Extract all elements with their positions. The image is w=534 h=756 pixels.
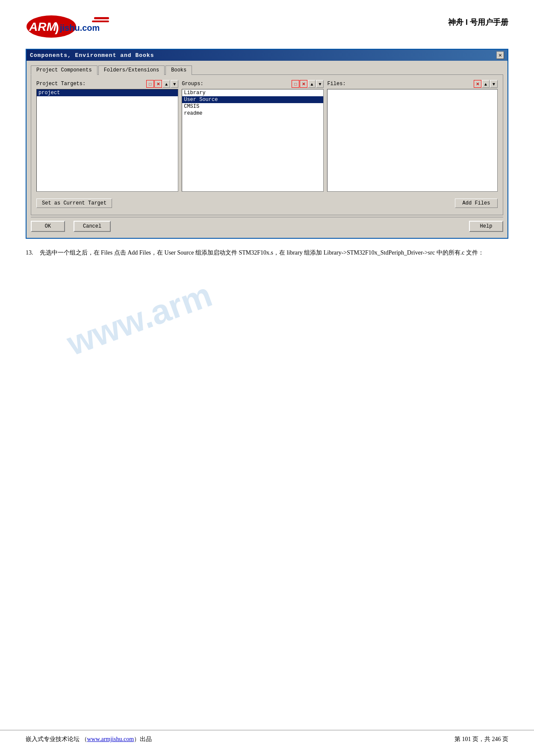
list-item[interactable]: readme [182, 110, 323, 117]
svg-rect-4 [94, 17, 109, 19]
cancel-button[interactable]: Cancel [74, 221, 111, 232]
add-files-button[interactable]: Add Files [455, 199, 498, 208]
list-item[interactable]: project [37, 89, 178, 96]
close-icon: ✕ [499, 53, 502, 58]
move-up-file-button[interactable]: ▲ [482, 80, 490, 88]
svg-text:): ) [55, 20, 59, 34]
columns-area: Project Targets: □ ✕ ▲ [36, 80, 498, 192]
list-item[interactable]: Library [182, 89, 323, 96]
groups-list[interactable]: Library User Source CMSIS readme [182, 89, 324, 192]
set-as-current-target-button[interactable]: Set as Current Target [36, 199, 112, 208]
arrow-down-icon: ▼ [492, 82, 496, 86]
groups-header: Groups: □ ✕ ▲ ▼ [182, 80, 324, 88]
arrow-up-icon: ▲ [164, 82, 168, 86]
project-targets-label: Project Targets: [36, 81, 145, 87]
ok-button[interactable]: OK [31, 221, 65, 232]
delete-icon: ✕ [302, 82, 305, 86]
footer-right: 第 101 页，共 246 页 [454, 735, 508, 743]
item-number: 13. [26, 249, 33, 256]
move-down-file-button[interactable]: ▼ [490, 80, 498, 88]
files-icons: ✕ ▲ ▼ [474, 80, 498, 88]
page-info: 第 101 页，共 246 页 [454, 736, 508, 742]
panel-content: Project Targets: □ ✕ ▲ [31, 74, 503, 215]
footer-left: 嵌入式专业技术论坛 （www.armjishu.com）出品 [26, 735, 152, 743]
text-content: 13. 先选中一个组之后，在 Files 点击 Add Files，在 User… [26, 247, 508, 258]
new-group-button[interactable]: □ [292, 80, 299, 88]
arrow-up-icon: ▲ [484, 82, 488, 86]
move-up-group-button[interactable]: ▲ [308, 80, 316, 88]
logo-image: ARM ) jishu.com [26, 13, 111, 39]
arrow-up-icon: ▲ [310, 82, 314, 86]
delete-target-button[interactable]: ✕ [154, 80, 162, 88]
groups-label: Groups: [182, 81, 290, 87]
arrow-down-icon: ▼ [318, 82, 322, 86]
dialog-titlebar: Components, Environment and Books ✕ [27, 50, 507, 61]
svg-rect-5 [92, 21, 109, 22]
project-targets-list[interactable]: project [36, 89, 178, 192]
header: ARM ) jishu.com 神舟 I 号用户手册 [0, 0, 534, 44]
delete-file-button[interactable]: ✕ [474, 80, 481, 88]
svg-text:jishu.com: jishu.com [59, 23, 100, 33]
files-column: Files: ✕ ▲ ▼ [327, 80, 498, 192]
item-text: 先选中一个组之后，在 Files 点击 Add Files，在 User Sou… [40, 249, 484, 256]
tabs-row: Project Components Folders/Extensions Bo… [31, 65, 503, 75]
delete-icon: ✕ [156, 82, 160, 86]
delete-group-button[interactable]: ✕ [300, 80, 307, 88]
tab-books[interactable]: Books [165, 65, 192, 75]
arrow-down-icon: ▼ [172, 82, 177, 86]
dialog-title: Components, Environment and Books [30, 52, 154, 59]
project-targets-header: Project Targets: □ ✕ ▲ [36, 80, 178, 88]
new-icon: □ [149, 82, 151, 86]
watermark: www.arm [62, 275, 217, 363]
bottom-row: Set as Current Target Add Files [36, 197, 498, 210]
svg-text:ARM: ARM [29, 20, 56, 33]
groups-column: Groups: □ ✕ ▲ ▼ [182, 80, 324, 192]
dialog-content: Project Components Folders/Extensions Bo… [27, 61, 507, 238]
project-targets-column: Project Targets: □ ✕ ▲ [36, 80, 178, 192]
list-item[interactable]: User Source [182, 96, 323, 103]
move-up-target-button[interactable]: ▲ [162, 80, 170, 88]
files-label: Files: [327, 81, 472, 87]
footer-link[interactable]: www.armjishu.com [87, 736, 134, 742]
page-title: 神舟 I 号用户手册 [448, 17, 508, 27]
tab-project-components[interactable]: Project Components [31, 65, 97, 75]
project-targets-icons: □ ✕ ▲ ▼ [146, 80, 178, 88]
footer-text-left: 嵌入式专业技术论坛 （ [26, 736, 87, 742]
dialog-action-row: OK Cancel Help [31, 217, 503, 234]
new-target-button[interactable]: □ [146, 80, 154, 88]
delete-icon: ✕ [476, 82, 479, 86]
move-down-group-button[interactable]: ▼ [316, 80, 324, 88]
footer-text-right: ）出品 [134, 736, 152, 742]
move-down-target-button[interactable]: ▼ [171, 80, 178, 88]
list-item[interactable]: CMSIS [182, 103, 323, 110]
dialog-close-button[interactable]: ✕ [496, 51, 504, 59]
footer: 嵌入式专业技术论坛 （www.armjishu.com）出品 第 101 页，共… [0, 730, 534, 743]
files-header: Files: ✕ ▲ ▼ [327, 80, 498, 88]
logo: ARM ) jishu.com [26, 13, 120, 40]
new-icon: □ [294, 82, 297, 86]
help-button[interactable]: Help [469, 221, 503, 232]
dialog-window: Components, Environment and Books ✕ Proj… [26, 49, 508, 239]
tab-folders-extensions[interactable]: Folders/Extensions [98, 65, 165, 75]
groups-icons: □ ✕ ▲ ▼ [292, 80, 324, 88]
files-list[interactable] [327, 89, 498, 192]
